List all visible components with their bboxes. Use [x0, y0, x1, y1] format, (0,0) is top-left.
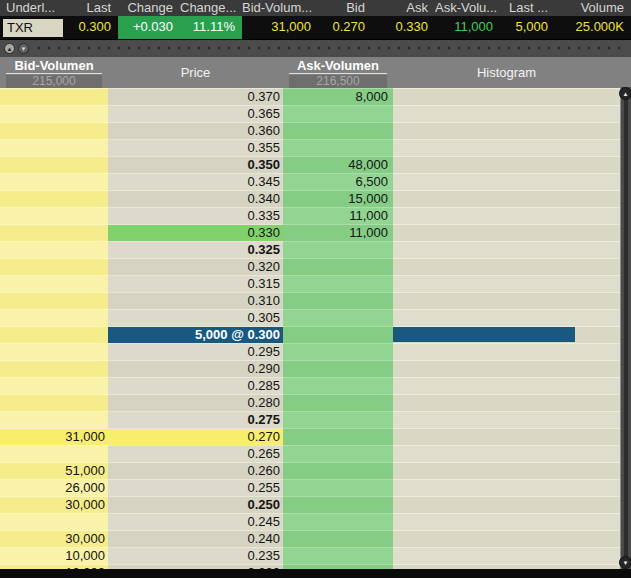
bid-volume-cell[interactable]: [0, 190, 108, 207]
ask-volume-cell[interactable]: [283, 326, 393, 343]
ask-volume-cell[interactable]: [283, 105, 393, 122]
bid-volume-cell[interactable]: [0, 275, 108, 292]
price-cell[interactable]: 0.285: [108, 377, 283, 394]
bid-volume-cell[interactable]: 30,000: [0, 496, 108, 513]
price-cell[interactable]: 0.335: [108, 207, 283, 224]
bid-volume-cell[interactable]: [0, 88, 108, 105]
price-cell[interactable]: 5,000 @ 0.300: [108, 326, 283, 343]
bid-volume-cell[interactable]: [0, 224, 108, 241]
ladder-row: 0.290: [0, 360, 631, 377]
price-cell[interactable]: 0.310: [108, 292, 283, 309]
price-cell[interactable]: 0.325: [108, 241, 283, 258]
price-cell[interactable]: 0.280: [108, 394, 283, 411]
bid-volume-cell[interactable]: [0, 292, 108, 309]
price-cell[interactable]: 0.240: [108, 530, 283, 547]
ask-volume-cell[interactable]: [283, 462, 393, 479]
ask-volume-cell[interactable]: [283, 530, 393, 547]
bid-volume-cell[interactable]: 30,000: [0, 530, 108, 547]
bid-volume-cell[interactable]: [0, 411, 108, 428]
bid-volume-cell[interactable]: [0, 326, 108, 343]
price-cell[interactable]: 0.320: [108, 258, 283, 275]
bid-volume-cell[interactable]: 51,000: [0, 462, 108, 479]
scrollbar-track[interactable]: [624, 93, 628, 563]
bid-volume-cell[interactable]: [0, 105, 108, 122]
ask-volume-cell[interactable]: [283, 275, 393, 292]
bid-volume-cell[interactable]: [0, 173, 108, 190]
bid-volume-cell[interactable]: [0, 309, 108, 326]
bid-volume-header-label: Bid-Volumen: [6, 58, 102, 74]
ask-volume-cell[interactable]: [283, 122, 393, 139]
histogram-cell: [393, 479, 620, 496]
bid-volume-cell[interactable]: 10,000: [0, 547, 108, 564]
ask-volume-cell[interactable]: 15,000: [283, 190, 393, 207]
vertical-scrollbar[interactable]: ▲ ▼: [620, 87, 631, 569]
price-cell[interactable]: 0.315: [108, 275, 283, 292]
bid-volume-cell[interactable]: [0, 445, 108, 462]
ask-volume-cell[interactable]: [283, 496, 393, 513]
bid-volume-cell[interactable]: [0, 360, 108, 377]
price-cell[interactable]: 0.235: [108, 547, 283, 564]
ask-volume-cell[interactable]: [283, 428, 393, 445]
price-cell[interactable]: 0.340: [108, 190, 283, 207]
price-cell[interactable]: 0.305: [108, 309, 283, 326]
ask-volume-cell[interactable]: [283, 258, 393, 275]
ask-volume-cell[interactable]: 6,500: [283, 173, 393, 190]
ladder-row: 0.275: [0, 411, 631, 428]
ask-volume-cell[interactable]: [283, 343, 393, 360]
bid-volume-cell[interactable]: [0, 513, 108, 530]
ask-volume-cell[interactable]: 48,000: [283, 156, 393, 173]
bid-volume-cell[interactable]: [0, 139, 108, 156]
price-cell[interactable]: 0.270: [108, 428, 283, 445]
ask-volume-cell[interactable]: 11,000: [283, 207, 393, 224]
splitter-bar[interactable]: ▲ ▼: [0, 40, 631, 57]
bid-volume-cell[interactable]: 26,000: [0, 479, 108, 496]
price-cell[interactable]: 0.295: [108, 343, 283, 360]
scroll-down-button[interactable]: ▼: [619, 556, 631, 569]
ask-volume-cell[interactable]: [283, 513, 393, 530]
price-cell[interactable]: 0.245: [108, 513, 283, 530]
ask-volume-cell[interactable]: [283, 377, 393, 394]
bid-volume-cell[interactable]: [0, 377, 108, 394]
price-cell[interactable]: 0.350: [108, 156, 283, 173]
ask-volume-cell[interactable]: [283, 479, 393, 496]
ask-volume-cell[interactable]: [283, 309, 393, 326]
ladder-row: 0.245: [0, 513, 631, 530]
bid-volume-cell[interactable]: [0, 122, 108, 139]
bid-volume-cell[interactable]: [0, 343, 108, 360]
quote-col-ask-volume: Ask-Volu...: [435, 0, 500, 16]
ask-volume-cell[interactable]: [283, 241, 393, 258]
ask-volume-cell[interactable]: [283, 394, 393, 411]
price-cell[interactable]: 0.250: [108, 496, 283, 513]
price-cell[interactable]: 0.330: [108, 224, 283, 241]
price-cell[interactable]: 0.275: [108, 411, 283, 428]
histogram-cell: [393, 275, 620, 292]
price-cell[interactable]: 0.265: [108, 445, 283, 462]
ask-volume-cell[interactable]: [283, 292, 393, 309]
collapse-up-button[interactable]: ▲: [4, 43, 15, 54]
splitter-grip-dots: [34, 46, 628, 50]
price-cell[interactable]: 0.360: [108, 122, 283, 139]
price-cell[interactable]: 0.365: [108, 105, 283, 122]
price-cell[interactable]: 0.255: [108, 479, 283, 496]
bid-volume-cell[interactable]: [0, 241, 108, 258]
ask-volume-cell[interactable]: 8,000: [283, 88, 393, 105]
ask-volume-cell[interactable]: [283, 411, 393, 428]
bid-volume-cell[interactable]: [0, 207, 108, 224]
price-cell[interactable]: 0.345: [108, 173, 283, 190]
ask-volume-cell[interactable]: [283, 547, 393, 564]
ask-volume-cell[interactable]: [283, 445, 393, 462]
bid-volume-cell[interactable]: 31,000: [0, 428, 108, 445]
price-cell[interactable]: 0.290: [108, 360, 283, 377]
quote-value-row: TXR 0.300 +0.030 11.11% 31,000 0.270 0.3…: [0, 16, 631, 40]
bid-volume-cell[interactable]: [0, 258, 108, 275]
collapse-down-button[interactable]: ▼: [18, 43, 29, 54]
scroll-up-button[interactable]: ▲: [619, 87, 631, 100]
bid-volume-cell[interactable]: [0, 156, 108, 173]
bid-volume-cell[interactable]: [0, 394, 108, 411]
price-cell[interactable]: 0.355: [108, 139, 283, 156]
ask-volume-cell[interactable]: [283, 139, 393, 156]
ask-volume-cell[interactable]: 11,000: [283, 224, 393, 241]
ask-volume-cell[interactable]: [283, 360, 393, 377]
price-cell[interactable]: 0.260: [108, 462, 283, 479]
price-cell[interactable]: 0.370: [108, 88, 283, 105]
